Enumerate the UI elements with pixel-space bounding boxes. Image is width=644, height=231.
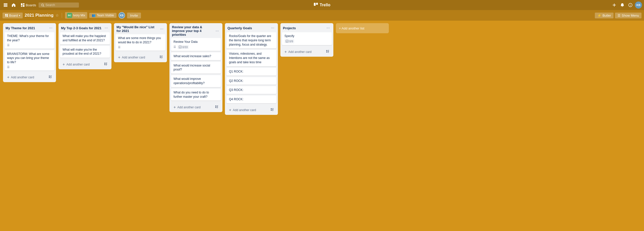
user-avatar[interactable]: KB bbox=[635, 2, 642, 9]
logo-text: Trello bbox=[320, 3, 331, 7]
card-list6-0[interactable]: Specify0/9 bbox=[282, 32, 332, 45]
template-icon-list3 bbox=[160, 55, 163, 59]
info-icon[interactable]: i bbox=[627, 2, 634, 8]
add-card-btn-list1[interactable]: +Add another card bbox=[5, 74, 54, 81]
cards-container-list4: Review Your Data☰0/33What would increase… bbox=[169, 38, 222, 103]
card-list4-2[interactable]: What would increase social proof? bbox=[171, 62, 221, 74]
add-button[interactable] bbox=[611, 2, 618, 8]
invite-button[interactable]: Invite bbox=[127, 13, 141, 18]
template-icon-list5 bbox=[271, 108, 274, 112]
list-title-list5: Quarterly Goals bbox=[227, 26, 270, 30]
board-title: 2021 Planning bbox=[25, 13, 53, 18]
list-menu-btn-list1[interactable]: ··· bbox=[48, 25, 53, 31]
board-nav-right: ⚡ Butler ☰ Show Menu bbox=[595, 13, 641, 18]
svg-rect-7 bbox=[5, 6, 6, 7]
svg-rect-25 bbox=[49, 76, 50, 77]
svg-rect-28 bbox=[49, 77, 50, 78]
card-list4-3[interactable]: What would improve operations/profitabil… bbox=[171, 75, 221, 87]
search-area[interactable]: Search bbox=[39, 3, 79, 8]
boards-nav-item[interactable]: Boards bbox=[19, 2, 38, 8]
card-text-list2-0: What will make you the happiest and fulf… bbox=[63, 34, 107, 43]
svg-rect-54 bbox=[272, 110, 274, 110]
card-text-list5-2: Q1 ROCK: bbox=[229, 70, 274, 74]
list-menu-btn-list6[interactable]: ··· bbox=[326, 25, 331, 31]
list-menu-btn-list5[interactable]: ··· bbox=[270, 25, 275, 31]
list-title-list2: My Top 2-3 Goals for 2021 bbox=[61, 26, 104, 30]
add-card-btn-list5[interactable]: +Add another card bbox=[226, 106, 276, 114]
list-header-list5: Quarterly Goals··· bbox=[225, 23, 278, 32]
card-list4-4[interactable]: What do you need to do to further master… bbox=[171, 89, 221, 101]
show-menu-button[interactable]: ☰ Show Menu bbox=[615, 13, 641, 18]
list-menu-btn-list2[interactable]: ··· bbox=[104, 25, 109, 31]
star-icon[interactable]: ☆ bbox=[55, 13, 59, 18]
add-list-button[interactable]: + Add another list bbox=[336, 23, 389, 33]
svg-rect-52 bbox=[272, 109, 273, 110]
add-card-btn-list2[interactable]: +Add another card bbox=[60, 61, 110, 68]
card-list1-0[interactable]: THEME: What's your theme for the year?☰ bbox=[5, 32, 54, 49]
card-list5-0[interactable]: Rocks/Goals for the quarter are the item… bbox=[226, 32, 276, 48]
svg-point-13 bbox=[42, 4, 44, 6]
svg-rect-41 bbox=[161, 57, 163, 57]
card-text-list1-1: BRAINSTORM: What are some ways you can b… bbox=[7, 52, 52, 64]
add-card-icon-list3: + bbox=[118, 55, 120, 60]
list-title-list4: Review your data & improve your top 4 pr… bbox=[172, 25, 215, 37]
butler-button[interactable]: ⚡ Butler bbox=[595, 13, 613, 18]
card-desc-icon-list1-0: ☰ bbox=[7, 44, 52, 47]
svg-rect-48 bbox=[217, 107, 218, 108]
card-list5-2[interactable]: Q1 ROCK: bbox=[226, 68, 276, 76]
card-text-list4-0: Review Your Data bbox=[173, 40, 218, 44]
card-text-list5-1: Visions, milestones, and Intentions are … bbox=[229, 52, 274, 64]
member-avatar[interactable]: KB bbox=[119, 12, 125, 19]
notifications-icon[interactable] bbox=[619, 2, 626, 8]
list-menu-btn-list3[interactable]: ··· bbox=[159, 26, 164, 32]
board-content: My Theme for 2021···THEME: What's your t… bbox=[0, 21, 644, 231]
apps-icon[interactable] bbox=[2, 2, 9, 8]
svg-rect-56 bbox=[286, 40, 288, 43]
card-list3-0[interactable]: What are some more things you would like… bbox=[115, 34, 165, 51]
card-text-list5-3: Q2 ROCK: bbox=[229, 79, 274, 83]
svg-rect-23 bbox=[5, 16, 7, 17]
card-list5-5[interactable]: Q4 ROCK: bbox=[226, 95, 276, 103]
card-list5-3[interactable]: Q2 ROCK: bbox=[226, 77, 276, 85]
card-list4-0[interactable]: Review Your Data☰0/33 bbox=[171, 38, 221, 51]
add-card-btn-list3[interactable]: +Add another card bbox=[115, 54, 165, 61]
team-visibility-badge[interactable]: 👥 Team Visible bbox=[89, 13, 116, 18]
card-list5-4[interactable]: Q3 ROCK: bbox=[226, 86, 276, 94]
svg-rect-62 bbox=[328, 52, 329, 53]
workspace-label: Ivory Mix bbox=[73, 14, 85, 17]
list-menu-btn-list4[interactable]: ··· bbox=[215, 28, 220, 34]
list-title-list6: Projects bbox=[283, 26, 326, 30]
svg-rect-43 bbox=[179, 46, 182, 48]
workspace-badge[interactable]: BC Ivory Mix bbox=[65, 12, 87, 19]
svg-rect-21 bbox=[5, 14, 7, 16]
add-card-label-list3: Add another card bbox=[122, 56, 145, 59]
svg-rect-22 bbox=[7, 14, 8, 15]
list-header-list1: My Theme for 2021··· bbox=[3, 23, 56, 32]
list-header-list4: Review your data & improve your top 4 pr… bbox=[169, 23, 222, 38]
top-nav-right: i KB bbox=[611, 2, 642, 9]
add-card-btn-list4[interactable]: +Add another card bbox=[171, 104, 221, 111]
card-list1-1[interactable]: BRAINSTORM: What are some ways you can b… bbox=[5, 50, 54, 71]
home-nav-item[interactable] bbox=[10, 2, 18, 8]
card-text-list1-0: THEME: What's your theme for the year? bbox=[7, 34, 52, 43]
card-list2-1[interactable]: What will make you're the proudest at th… bbox=[60, 46, 110, 58]
svg-rect-29 bbox=[50, 77, 52, 77]
svg-rect-55 bbox=[272, 111, 273, 111]
list-title-list3: My "Would Be nice" List for 2021 bbox=[116, 25, 159, 33]
svg-rect-2 bbox=[6, 3, 7, 4]
svg-rect-27 bbox=[50, 76, 51, 77]
add-card-icon-list2: + bbox=[63, 62, 65, 67]
card-list4-1[interactable]: What would increase sales? bbox=[171, 52, 221, 60]
list-list4: Review your data & improve your top 4 pr… bbox=[169, 23, 222, 112]
team-icon: 👥 bbox=[92, 14, 96, 17]
card-text-list4-2: What would increase social proof? bbox=[173, 63, 218, 72]
board-type-button[interactable]: Board ▾ bbox=[3, 13, 23, 18]
card-list2-0[interactable]: What will make you the happiest and fulf… bbox=[60, 32, 110, 44]
desc-icon2-list4-0: ☰ bbox=[173, 45, 176, 49]
cards-container-list1: THEME: What's your theme for the year?☰B… bbox=[3, 32, 56, 73]
list-header-list3: My "Would Be nice" List for 2021··· bbox=[114, 23, 167, 34]
svg-rect-61 bbox=[328, 51, 329, 52]
cards-container-list3: What are some more things you would like… bbox=[114, 34, 167, 53]
card-list5-1[interactable]: Visions, milestones, and Intentions are … bbox=[226, 50, 276, 66]
add-card-btn-list6[interactable]: +Add another card bbox=[282, 48, 332, 56]
